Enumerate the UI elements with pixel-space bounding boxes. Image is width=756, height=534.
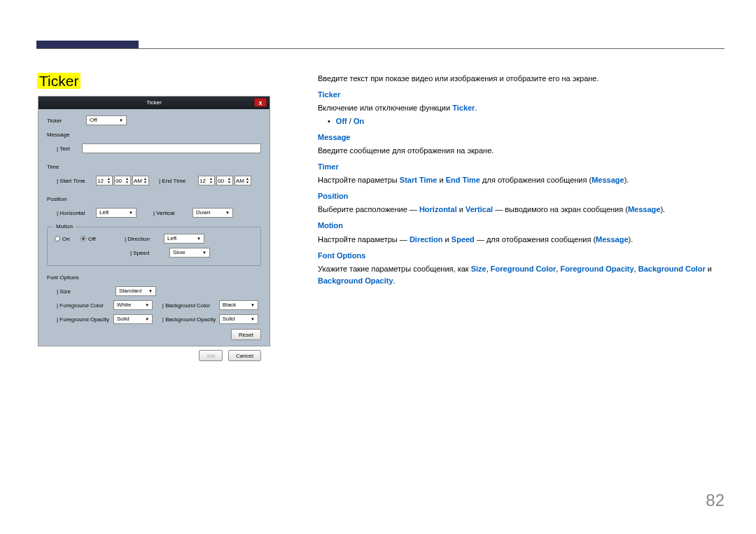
direction-label: | Direction	[125, 236, 164, 242]
direction-dropdown[interactable]: Left▼	[164, 234, 204, 244]
fg-opacity-label: | Foreground Opacity	[57, 316, 113, 323]
end-time-label: | End Time	[159, 178, 198, 184]
page-number: 82	[706, 491, 724, 510]
position-desc: Выберите расположение — Horizontal и Ver…	[318, 204, 724, 216]
reset-button[interactable]: Reset	[231, 329, 261, 340]
motion-off-radio[interactable]	[80, 236, 86, 241]
dialog-title: Ticker	[146, 99, 161, 106]
chevron-down-icon: ▼	[119, 116, 123, 125]
bg-opacity-dropdown[interactable]: Solid▼	[219, 314, 258, 324]
motion-group: Motion On Off | Direction Left▼ | Speed …	[47, 227, 261, 266]
doc-column: Введите текст при показе видео или изобр…	[318, 73, 724, 288]
intro-text: Введите текст при показе видео или изобр…	[318, 73, 724, 85]
end-ampm-spinner[interactable]: AM▲▼	[234, 176, 251, 185]
font-options-heading: Font Options	[318, 250, 724, 262]
bg-color-label: | Background Color	[162, 302, 219, 309]
start-time-label: | Start Time	[57, 178, 96, 184]
size-label: | Size	[57, 288, 115, 295]
start-min-spinner[interactable]: 00▲▼	[114, 176, 131, 185]
on-label: On	[62, 236, 80, 242]
horizontal-label: | Horizontal	[57, 210, 96, 216]
message-desc: Введите сообщение для отображения на экр…	[318, 145, 724, 157]
horizontal-dropdown[interactable]: Left▼	[96, 208, 136, 218]
motion-desc: Настройте параметры — Direction и Speed …	[318, 234, 724, 246]
fg-color-label: | Foreground Color	[57, 302, 113, 309]
timer-heading: Timer	[318, 161, 724, 173]
timer-desc: Настройте параметры Start Time и End Tim…	[318, 174, 724, 186]
motion-on-radio[interactable]	[55, 236, 60, 241]
time-label: Time	[47, 164, 86, 170]
cancel-button[interactable]: Cancel	[228, 350, 261, 361]
text-input[interactable]	[82, 143, 261, 153]
end-min-spinner[interactable]: 00▲▼	[216, 176, 233, 185]
text-label: | Text	[57, 146, 82, 152]
end-hour-spinner[interactable]: 12▲▼	[198, 176, 215, 185]
set-button[interactable]: Set	[199, 350, 223, 361]
motion-group-title: Motion	[53, 223, 76, 230]
bg-color-dropdown[interactable]: Black▼	[219, 300, 258, 310]
dialog-titlebar: Ticker x	[38, 97, 270, 109]
vertical-dropdown[interactable]: Down▼	[192, 208, 233, 218]
fg-color-dropdown[interactable]: White▼	[113, 300, 153, 310]
message-label: Message	[47, 132, 86, 138]
ticker-desc: Включение или отключение функции Ticker.	[318, 102, 724, 114]
close-icon[interactable]: x	[254, 98, 267, 107]
speed-dropdown[interactable]: Slow▼	[169, 248, 210, 258]
ticker-dropdown[interactable]: Off▼	[86, 115, 127, 125]
message-heading: Message	[318, 132, 724, 143]
size-dropdown[interactable]: Standard▼	[115, 286, 156, 296]
bg-opacity-label: | Background Opacity	[162, 316, 219, 323]
start-hour-spinner[interactable]: 12▲▼	[96, 176, 113, 185]
ticker-heading: Ticker	[318, 89, 724, 101]
ticker-label: Ticker	[47, 118, 86, 124]
off-on-item: Off / On	[328, 115, 724, 127]
start-ampm-spinner[interactable]: AM▲▼	[132, 176, 149, 185]
speed-label: | Speed	[130, 250, 169, 256]
section-title: Ticker	[37, 73, 80, 89]
vertical-label: | Vertical	[153, 210, 192, 216]
header-divider	[36, 48, 724, 49]
off-label: Off	[88, 236, 125, 242]
position-label: Position	[47, 196, 86, 202]
motion-heading: Motion	[318, 220, 724, 232]
font-options-desc: Укажите такие параметры сообщения, как S…	[318, 263, 724, 287]
position-heading: Position	[318, 190, 724, 202]
font-options-label: Font Options	[47, 274, 79, 281]
fg-opacity-dropdown[interactable]: Solid▼	[113, 314, 153, 324]
ticker-dialog: Ticker x Ticker Off▼ Message | Text Time…	[38, 96, 270, 346]
